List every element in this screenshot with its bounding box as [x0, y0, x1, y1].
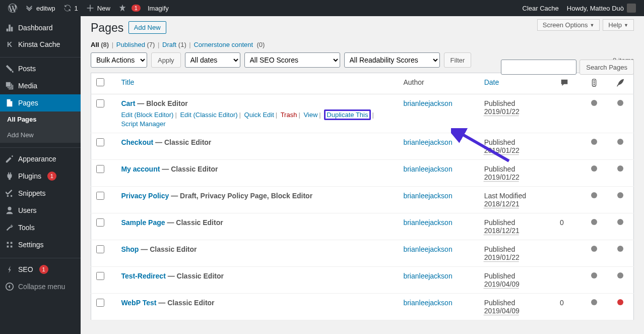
table-row: Test-Redirect — Classic Editor brianleej…: [91, 267, 634, 294]
filter-button[interactable]: Filter: [444, 52, 472, 68]
view-draft[interactable]: Draft (1): [162, 41, 186, 48]
page-title: Pages: [91, 21, 123, 35]
page-title-link[interactable]: Privacy Policy: [121, 192, 169, 200]
sidebar-subitem-add-new[interactable]: Add New: [0, 127, 81, 143]
sidebar-item-users[interactable]: Users: [0, 202, 81, 219]
sidebar-item-snippets[interactable]: Snippets: [0, 185, 81, 202]
sidebar-item-appearance[interactable]: Appearance: [0, 150, 81, 168]
sidebar-item-plugins[interactable]: Plugins1: [0, 168, 81, 185]
imagify-badge: 1: [132, 5, 141, 12]
column-date[interactable]: Date: [479, 73, 555, 94]
sidebar-item-posts[interactable]: Posts: [0, 60, 81, 77]
row-checkbox[interactable]: [96, 165, 104, 173]
page-title-link[interactable]: My account: [121, 165, 160, 173]
row-checkbox[interactable]: [96, 245, 104, 253]
readability-dot: [617, 272, 623, 279]
page-title-link[interactable]: Test-Redirect: [121, 272, 165, 280]
refresh-count: 1: [75, 5, 78, 12]
page-title-link[interactable]: Shop: [121, 245, 139, 253]
sidebar-item-settings[interactable]: Settings: [0, 236, 81, 253]
admin-sidebar: Dashboard KKinsta Cache Posts Media Page…: [0, 16, 81, 334]
row-checkbox[interactable]: [96, 218, 104, 227]
screen-options-button[interactable]: Screen Options▼: [537, 19, 600, 31]
refresh[interactable]: 1: [59, 0, 82, 16]
action-script-manager[interactable]: Script Manager: [121, 120, 165, 128]
page-title-link[interactable]: Checkout: [121, 138, 153, 146]
row-checkbox[interactable]: [96, 99, 104, 107]
help-button[interactable]: Help▼: [603, 19, 634, 31]
main-content: Screen Options▼ Help▼ Pages Add New All …: [81, 16, 644, 334]
comments-count: [555, 133, 581, 160]
date-value: 2019/04/09: [484, 280, 520, 288]
imagify[interactable]: 1Imagify: [114, 0, 173, 16]
author-link[interactable]: brianleejackson: [403, 218, 452, 227]
author-link[interactable]: brianleejackson: [403, 138, 452, 146]
page-title-link[interactable]: Sample Page: [121, 218, 165, 227]
sidebar-subitem-all-pages[interactable]: All Pages: [0, 112, 81, 127]
action-edit-block[interactable]: Edit (Block Editor): [121, 111, 173, 119]
search-input[interactable]: [501, 60, 576, 75]
column-readability[interactable]: [607, 73, 634, 94]
row-checkbox[interactable]: [96, 138, 104, 146]
dates-select[interactable]: All dates: [185, 52, 240, 68]
bulk-actions-select[interactable]: Bulk Actions: [91, 52, 147, 68]
search-pages-button[interactable]: Search Pages: [579, 60, 634, 75]
sidebar-item-pages[interactable]: Pages: [0, 94, 81, 112]
avatar-icon: [627, 4, 636, 13]
sidebar-item-media[interactable]: Media: [0, 77, 81, 94]
view-cornerstone[interactable]: Cornerstone content (0): [194, 41, 265, 48]
readability-dot: [617, 192, 623, 198]
view-all[interactable]: All (8): [91, 41, 109, 48]
author-link[interactable]: brianleejackson: [403, 299, 452, 307]
author-link[interactable]: brianleejackson: [403, 165, 452, 173]
date-label: Published: [484, 165, 516, 173]
column-title[interactable]: Title: [116, 73, 398, 94]
sidebar-item-dashboard[interactable]: Dashboard: [0, 19, 81, 36]
sidebar-collapse[interactable]: Collapse menu: [0, 278, 81, 295]
date-label: Published: [484, 272, 516, 280]
post-state: — Classic Editor: [160, 165, 218, 173]
view-published[interactable]: Published (7): [116, 41, 155, 48]
select-all-checkbox[interactable]: [96, 78, 104, 86]
imagify-label: Imagify: [148, 5, 169, 12]
row-checkbox[interactable]: [96, 299, 104, 307]
action-view[interactable]: View: [303, 111, 317, 119]
clear-cache[interactable]: Clear Cache: [519, 0, 563, 16]
new-content[interactable]: New: [82, 0, 114, 16]
pages-table: Title Author Date Cart — Block Editor Ed…: [91, 73, 634, 320]
sidebar-pages-submenu: All Pages Add New: [0, 112, 81, 143]
kinsta-icon: K: [5, 40, 14, 48]
author-link[interactable]: brianleejackson: [403, 272, 452, 280]
page-title-link[interactable]: WebP Test: [121, 299, 156, 307]
site-name[interactable]: editwp: [21, 0, 59, 16]
seo-scores-select[interactable]: All SEO Scores: [244, 52, 340, 68]
column-seo[interactable]: [581, 73, 607, 94]
page-title-link[interactable]: Cart: [121, 99, 135, 107]
action-duplicate[interactable]: Duplicate This: [327, 111, 368, 119]
add-new-button[interactable]: Add New: [128, 21, 166, 34]
author-link[interactable]: brianleejackson: [403, 245, 452, 253]
column-comments[interactable]: [555, 73, 581, 94]
apply-button[interactable]: Apply: [151, 52, 181, 68]
wp-logo[interactable]: [4, 0, 21, 16]
readability-dot: [617, 219, 623, 225]
author-link[interactable]: brianleejackson: [403, 192, 452, 200]
seo-count-badge: 1: [39, 265, 48, 274]
sidebar-item-tools[interactable]: Tools: [0, 219, 81, 236]
date-label: Published: [484, 218, 516, 227]
row-checkbox[interactable]: [96, 192, 104, 200]
table-row: Checkout — Classic Editor brianleejackso…: [91, 133, 634, 160]
howdy-user[interactable]: Howdy, Matteo Duò: [563, 0, 640, 16]
sidebar-item-kinsta[interactable]: KKinsta Cache: [0, 36, 81, 52]
action-edit-classic[interactable]: Edit (Classic Editor): [180, 111, 237, 119]
author-link[interactable]: brianleejackson: [403, 99, 452, 107]
readability-select[interactable]: All Readability Scores: [344, 52, 440, 68]
row-actions: Edit (Block Editor)| Edit (Classic Edito…: [121, 109, 393, 128]
action-quick-edit[interactable]: Quick Edit: [244, 111, 274, 119]
row-checkbox[interactable]: [96, 272, 104, 280]
seo-dot: [591, 165, 597, 172]
sidebar-item-seo[interactable]: SEO1: [0, 261, 81, 278]
table-row: Privacy Policy — Draft, Privacy Policy P…: [91, 187, 634, 213]
table-row: Shop — Classic Editor brianleejackson Pu…: [91, 240, 634, 267]
action-trash[interactable]: Trash: [281, 111, 297, 119]
